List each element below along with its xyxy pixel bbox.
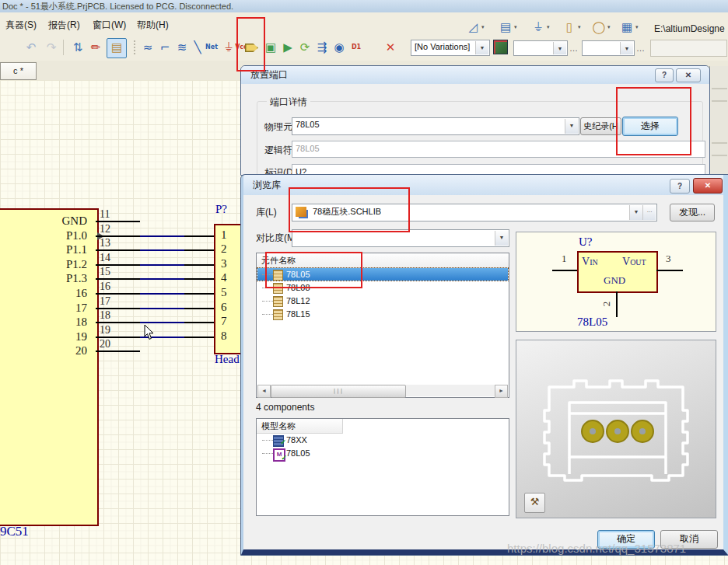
header-pin-number: 6 bbox=[221, 301, 227, 314]
chevron-down-icon[interactable]: ▼ bbox=[475, 41, 488, 54]
more-libraries-dots[interactable]: ⋯ bbox=[642, 205, 656, 220]
help-button[interactable]: ? bbox=[655, 68, 674, 82]
sheet-symbol-icon[interactable]: ▣ bbox=[263, 40, 278, 55]
model-list[interactable]: 模型名称 ✓78XXM✓78L05 bbox=[256, 418, 509, 516]
pin-number: 15 bbox=[100, 266, 110, 278]
physical-component-value: 78L05 bbox=[296, 120, 320, 129]
menu-item-2[interactable]: 窗口(W) bbox=[89, 17, 129, 33]
pin-number: 14 bbox=[100, 252, 110, 264]
net-label-icon[interactable]: Net bbox=[204, 40, 219, 55]
wire[interactable] bbox=[140, 249, 184, 251]
ellipse-icon[interactable]: ◯ bbox=[591, 19, 607, 35]
chevron-down-icon[interactable]: ▼ bbox=[620, 42, 633, 54]
header-designator: P? bbox=[215, 203, 227, 216]
scrollbar-thumb[interactable]: ∣∣∣ bbox=[271, 385, 406, 398]
chevron-down-icon[interactable]: ▾ bbox=[635, 24, 639, 30]
header-pin-number: 3 bbox=[221, 257, 227, 270]
power-port-icon[interactable]: ⏚ bbox=[530, 19, 546, 35]
pin-number: 13 bbox=[100, 237, 110, 249]
wire[interactable] bbox=[140, 264, 184, 266]
wire[interactable] bbox=[140, 235, 184, 237]
scroll-left-icon[interactable]: ◄ bbox=[257, 385, 271, 398]
wire[interactable] bbox=[140, 278, 184, 280]
chip-pin-20 bbox=[96, 351, 140, 352]
model-row[interactable]: ✓78XX bbox=[257, 434, 508, 446]
footprint-tools-button[interactable]: ⚒ bbox=[524, 493, 545, 513]
menu-item-0[interactable]: 真器(S) bbox=[2, 17, 40, 33]
chip-pin-16 bbox=[96, 293, 140, 295]
place-bus-entry-icon[interactable]: ⌐ bbox=[157, 40, 173, 55]
sheet-entry-icon[interactable]: ▶ bbox=[280, 40, 296, 55]
pin-name: 19 bbox=[28, 330, 87, 344]
header-pin-number: 2 bbox=[221, 242, 227, 256]
wire[interactable] bbox=[140, 308, 184, 309]
chevron-down-icon[interactable]: ▼ bbox=[565, 119, 578, 134]
dialog-title-bar[interactable]: 放置端口 bbox=[241, 66, 709, 84]
header-pin-number: 1 bbox=[221, 228, 227, 242]
browse-dots-2[interactable]: … bbox=[636, 44, 645, 53]
menu-item-1[interactable]: 报告(R) bbox=[45, 17, 83, 33]
pcb-document-icon[interactable] bbox=[493, 40, 508, 54]
annotate-icon[interactable]: D1 bbox=[348, 40, 364, 55]
pin-number: 18 bbox=[100, 309, 110, 322]
place-wire-icon[interactable]: ≈ bbox=[140, 40, 156, 55]
chevron-down-icon[interactable]: ▼ bbox=[495, 231, 508, 246]
place-line-icon[interactable]: ╲ bbox=[190, 40, 205, 55]
physical-component-combobox[interactable]: 78L05 ▼ bbox=[292, 117, 579, 135]
wire[interactable] bbox=[140, 293, 184, 295]
menu-item-3[interactable]: 帮助(H) bbox=[134, 17, 172, 33]
empty-combobox-1[interactable]: ▼ bbox=[513, 40, 568, 56]
chevron-down-icon[interactable]: ▾ bbox=[547, 24, 550, 30]
horizontal-scrollbar[interactable]: ◄ ∣∣∣ ► bbox=[257, 385, 508, 396]
close-button[interactable]: ✕ bbox=[676, 68, 701, 82]
redo-icon[interactable]: ↷ bbox=[44, 40, 59, 55]
dialog-title: 浏览库 bbox=[253, 180, 281, 190]
find-button[interactable]: 发现... bbox=[670, 204, 715, 221]
close-button[interactable]: ✕ bbox=[693, 178, 723, 194]
pin-name: 20 bbox=[28, 344, 87, 357]
measure-icon[interactable]: ◿ bbox=[465, 19, 481, 35]
title-bar: Doc * - 51最小系统.PrjPCB. Licensed to PCG. … bbox=[0, 0, 728, 12]
delete-icon[interactable]: ✕ bbox=[383, 40, 398, 55]
align-icon[interactable]: ▤ bbox=[498, 19, 513, 35]
harness-icon[interactable]: ⟳ bbox=[297, 40, 313, 55]
place-bus-icon[interactable]: ≋ bbox=[174, 40, 190, 55]
wire[interactable] bbox=[140, 322, 184, 323]
part-icon[interactable]: ◉ bbox=[331, 40, 347, 55]
header-pin-stub bbox=[184, 249, 214, 251]
chevron-down-icon[interactable]: ▾ bbox=[481, 24, 485, 30]
chip-pin-11 bbox=[96, 221, 140, 222]
model-list-header[interactable]: 模型名称 bbox=[257, 419, 343, 434]
scroll-right-icon[interactable]: ► bbox=[495, 385, 508, 398]
harness-entry-icon[interactable]: ⇶ bbox=[314, 40, 330, 55]
wizard-brush-icon[interactable]: ✏ bbox=[88, 40, 103, 55]
sort-up-down-icon[interactable]: ⇅ bbox=[70, 40, 86, 55]
pin-name: 16 bbox=[28, 287, 87, 300]
component-name: 78L12 bbox=[286, 295, 310, 307]
empty-toolbar-box[interactable] bbox=[650, 40, 727, 57]
browse-library-icon[interactable]: ▤ bbox=[109, 40, 124, 55]
component-row[interactable]: 78L15 bbox=[257, 308, 508, 320]
component-row[interactable]: 78L12 bbox=[257, 295, 508, 307]
header-pin-stub bbox=[184, 264, 214, 266]
grid-icon[interactable]: ▦ bbox=[619, 19, 635, 35]
header-pin-stub bbox=[184, 322, 214, 323]
variations-combobox[interactable]: [No Variations] ▼ bbox=[411, 40, 490, 56]
annotation-box-library bbox=[289, 187, 410, 232]
chip-left-label-fragment: C bbox=[0, 209, 6, 222]
project-path-box[interactable]: E:\altiumDesigne bbox=[654, 23, 728, 34]
pin-number: 11 bbox=[100, 208, 110, 221]
undo-icon[interactable]: ↶ bbox=[23, 40, 39, 55]
browse-dots-1[interactable]: … bbox=[569, 44, 578, 53]
annotation-box-component bbox=[265, 252, 362, 288]
chevron-down-icon[interactable]: ▾ bbox=[578, 24, 581, 30]
chevron-down-icon[interactable]: ▾ bbox=[607, 24, 611, 30]
chevron-down-icon[interactable]: ▼ bbox=[629, 205, 642, 220]
chevron-down-icon[interactable]: ▼ bbox=[553, 42, 566, 54]
empty-combobox-2[interactable]: ▼ bbox=[582, 40, 635, 56]
chevron-down-icon[interactable]: ▾ bbox=[514, 24, 517, 30]
component-icon[interactable]: ▯ bbox=[562, 19, 577, 35]
help-button[interactable]: ? bbox=[670, 179, 690, 194]
document-tab[interactable]: c * bbox=[0, 62, 37, 80]
model-row[interactable]: M✓78L05 bbox=[257, 447, 508, 459]
